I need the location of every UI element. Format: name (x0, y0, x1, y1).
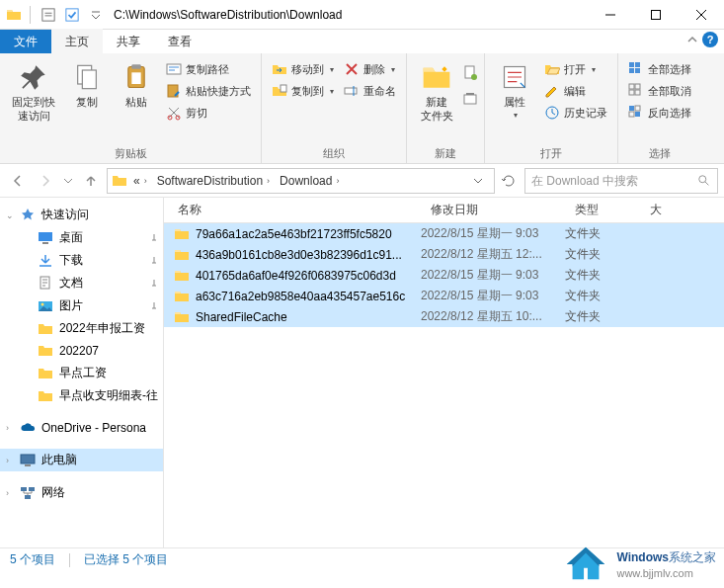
ribbon-group-new: 新建 文件夹 新建 (407, 53, 485, 163)
copy-to-button[interactable]: 复制到▾ (268, 81, 338, 101)
cut-button[interactable]: 剪切 (162, 103, 255, 123)
svg-rect-41 (25, 495, 31, 499)
expand-icon[interactable]: › (6, 456, 9, 465)
table-row[interactable]: a63c716a2eb9858e40aa435457ae516c2022/8/1… (164, 286, 724, 306)
row-date: 2022/8/15 星期一 9:03 (421, 225, 565, 242)
minimize-button[interactable] (588, 0, 633, 30)
svg-rect-28 (635, 106, 640, 111)
sidebar-quick-access[interactable]: ⌄ 快速访问 (0, 204, 163, 226)
pin-icon (149, 301, 159, 311)
tab-file[interactable]: 文件 (0, 30, 51, 53)
col-name[interactable]: 名称 (164, 202, 421, 218)
sidebar-folder4[interactable]: 早点收支明细表-往 (0, 384, 163, 407)
nav-up-button[interactable] (79, 169, 103, 193)
path-dropdown-button[interactable] (466, 169, 490, 193)
row-date: 2022/8/12 星期五 12:... (421, 246, 565, 263)
sidebar-folder1[interactable]: 2022年申报工资 (0, 317, 163, 340)
pin-quick-access-button[interactable]: 固定到快 速访问 (6, 57, 61, 126)
folder-icon (174, 226, 190, 242)
pc-icon (20, 453, 36, 468)
invert-selection-button[interactable]: 反向选择 (624, 103, 695, 123)
col-size[interactable]: 大 (640, 202, 724, 218)
table-row[interactable]: SharedFileCache2022/8/12 星期五 10:...文件夹 (164, 306, 724, 327)
copy-to-icon (272, 83, 287, 99)
paste-button[interactable]: 粘贴 (113, 57, 160, 113)
folder-icon (174, 309, 190, 325)
collapse-ribbon-icon[interactable] (686, 34, 698, 45)
col-date[interactable]: 修改日期 (421, 202, 565, 218)
breadcrumb-seg1[interactable]: SoftwareDistribution› (153, 174, 274, 188)
open-button[interactable]: 打开▾ (540, 59, 611, 79)
select-none-button[interactable]: 全部取消 (624, 81, 695, 101)
select-all-button[interactable]: 全部选择 (624, 59, 695, 79)
nav-recent-button[interactable] (61, 169, 75, 193)
breadcrumb-seg2[interactable]: Download› (276, 174, 343, 188)
help-icon[interactable]: ? (702, 32, 718, 47)
svg-rect-40 (29, 487, 35, 491)
select-all-icon (628, 61, 644, 77)
star-icon (20, 208, 36, 223)
expand-icon[interactable]: ⌄ (6, 210, 14, 220)
svg-point-15 (471, 74, 477, 80)
tab-home[interactable]: 主页 (51, 29, 103, 53)
move-to-button[interactable]: 移动到▾ (268, 59, 338, 79)
delete-icon (344, 61, 360, 77)
svg-rect-16 (464, 95, 476, 104)
qat-dropdown-icon[interactable] (86, 5, 106, 25)
sidebar-documents[interactable]: 文档 (0, 272, 163, 294)
easy-access-icon[interactable] (462, 91, 478, 107)
maximize-button[interactable] (633, 0, 679, 30)
copy-button[interactable]: 复制 (63, 57, 111, 113)
row-name: a63c716a2eb9858e40aa435457ae516c (196, 290, 405, 303)
paste-shortcut-icon (166, 83, 182, 99)
close-button[interactable] (679, 0, 724, 30)
svg-rect-22 (635, 68, 640, 73)
breadcrumb-overflow[interactable]: «› (129, 174, 151, 188)
row-type: 文件夹 (565, 246, 640, 263)
column-headers: 名称 修改日期 类型 大 (164, 198, 724, 223)
sidebar-pictures[interactable]: 图片 (0, 294, 163, 317)
table-row[interactable]: 79a66a1ac2a5e463bf21723ff5fc58202022/8/1… (164, 223, 724, 244)
edit-button[interactable]: 编辑 (540, 81, 611, 101)
refresh-button[interactable] (497, 169, 521, 193)
svg-rect-30 (635, 112, 640, 117)
expand-icon[interactable]: › (6, 488, 9, 498)
desktop-icon (38, 230, 53, 246)
nav-forward-button[interactable] (34, 169, 57, 193)
tab-view[interactable]: 查看 (154, 30, 205, 53)
nav-back-button[interactable] (6, 169, 30, 193)
ribbon-group-open: 属性 ▾ 打开▾ 编辑 历史记录 打开 (485, 53, 618, 163)
search-box[interactable] (524, 168, 718, 194)
sidebar-onedrive[interactable]: › OneDrive - Persona (0, 417, 163, 439)
folder-icon (174, 268, 190, 284)
qat-checkbox-icon[interactable] (62, 5, 82, 25)
table-row[interactable]: 401765da6af0e4f926f0683975c06d3d2022/8/1… (164, 265, 724, 286)
copy-path-button[interactable]: 复制路径 (162, 59, 255, 79)
search-input[interactable] (531, 174, 691, 188)
path-box[interactable]: «› SoftwareDistribution› Download› (107, 168, 495, 194)
sidebar-this-pc[interactable]: › 此电脑 (0, 449, 163, 471)
history-button[interactable]: 历史记录 (540, 103, 611, 123)
new-item-icon[interactable] (462, 65, 478, 81)
sidebar-network[interactable]: › 网络 (0, 481, 163, 504)
rename-button[interactable]: 重命名 (340, 81, 400, 101)
delete-button[interactable]: 删除▾ (340, 59, 400, 79)
qat-properties-icon[interactable] (39, 5, 58, 25)
svg-rect-2 (652, 10, 661, 19)
sidebar-folder2[interactable]: 202207 (0, 340, 163, 362)
title-bar: C:\Windows\SoftwareDistribution\Download (0, 0, 724, 30)
new-folder-button[interactable]: 新建 文件夹 (413, 57, 460, 126)
row-name: 436a9b0161cb8e3d0e3b82396d1c91... (196, 248, 402, 262)
col-type[interactable]: 类型 (565, 202, 640, 218)
select-none-icon (628, 83, 644, 99)
sidebar-downloads[interactable]: 下载 (0, 249, 163, 272)
sidebar-desktop[interactable]: 桌面 (0, 226, 163, 249)
svg-rect-4 (82, 70, 96, 89)
svg-rect-29 (629, 112, 634, 117)
properties-button[interactable]: 属性 ▾ (491, 57, 538, 124)
expand-icon[interactable]: › (6, 423, 9, 433)
table-row[interactable]: 436a9b0161cb8e3d0e3b82396d1c91...2022/8/… (164, 244, 724, 265)
tab-share[interactable]: 共享 (103, 30, 154, 53)
sidebar-folder3[interactable]: 早点工资 (0, 362, 163, 384)
paste-shortcut-button[interactable]: 粘贴快捷方式 (162, 81, 255, 101)
